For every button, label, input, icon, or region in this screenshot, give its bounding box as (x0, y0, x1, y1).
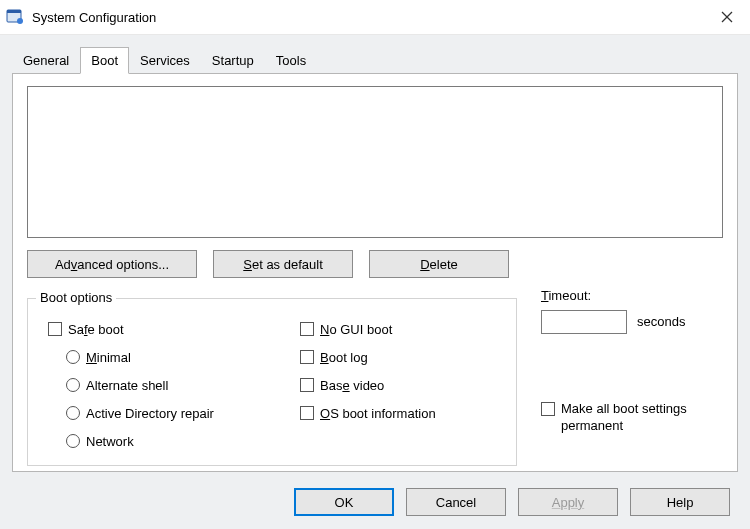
advanced-options-button[interactable]: Advanced options... (27, 250, 197, 278)
radio-icon (66, 434, 80, 448)
set-as-default-button[interactable]: Set as default (213, 250, 353, 278)
base-video-checkbox[interactable]: Base video (300, 371, 510, 399)
ok-button[interactable]: OK (294, 488, 394, 516)
delete-button[interactable]: Delete (369, 250, 509, 278)
app-icon (6, 8, 24, 26)
dialog-buttons: OK Cancel Apply Help (294, 488, 730, 516)
help-button[interactable]: Help (630, 488, 730, 516)
tab-strip: General Boot Services Startup Tools (12, 47, 738, 73)
checkbox-icon (300, 350, 314, 364)
tab-boot[interactable]: Boot (80, 47, 129, 74)
radio-icon (66, 406, 80, 420)
os-boot-info-checkbox[interactable]: OS boot information (300, 399, 510, 427)
radio-icon (66, 350, 80, 364)
minimal-radio[interactable]: Minimal (66, 343, 278, 371)
checkbox-icon (48, 322, 62, 336)
cancel-button[interactable]: Cancel (406, 488, 506, 516)
network-radio[interactable]: Network (66, 427, 278, 455)
alternate-shell-radio[interactable]: Alternate shell (66, 371, 278, 399)
checkbox-icon (300, 406, 314, 420)
close-button[interactable] (704, 0, 750, 34)
checkbox-icon (300, 322, 314, 336)
tab-startup[interactable]: Startup (201, 48, 265, 73)
radio-icon (66, 378, 80, 392)
boot-options-col1: Safe boot Minimal Alternate shell Active… (48, 315, 278, 455)
dialog-client: General Boot Services Startup Tools Adva… (0, 35, 750, 529)
tab-general[interactable]: General (12, 48, 80, 73)
tab-services[interactable]: Services (129, 48, 201, 73)
active-directory-repair-radio[interactable]: Active Directory repair (66, 399, 278, 427)
boot-options-col2: No GUI boot Boot log Base video OS boot … (300, 315, 510, 427)
make-permanent-checkbox[interactable]: Make all boot settings permanent (541, 400, 731, 434)
checkbox-icon (300, 378, 314, 392)
window-title: System Configuration (32, 10, 156, 25)
svg-rect-1 (7, 10, 21, 13)
boot-options-group: Boot options Safe boot Minimal Alternate… (27, 298, 517, 466)
svg-point-2 (17, 18, 23, 24)
boot-options-legend: Boot options (36, 290, 116, 305)
no-gui-boot-checkbox[interactable]: No GUI boot (300, 315, 510, 343)
boot-entries-list[interactable] (27, 86, 723, 238)
timeout-label: Timeout: (541, 288, 591, 303)
tab-tools[interactable]: Tools (265, 48, 317, 73)
title-bar: System Configuration (0, 0, 750, 35)
boot-log-checkbox[interactable]: Boot log (300, 343, 510, 371)
checkbox-icon (541, 402, 555, 416)
boot-tab-page: Advanced options... Set as default Delet… (12, 73, 738, 472)
apply-button[interactable]: Apply (518, 488, 618, 516)
timeout-unit-label: seconds (637, 314, 685, 329)
safe-boot-checkbox[interactable]: Safe boot (48, 315, 278, 343)
timeout-input[interactable] (541, 310, 627, 334)
